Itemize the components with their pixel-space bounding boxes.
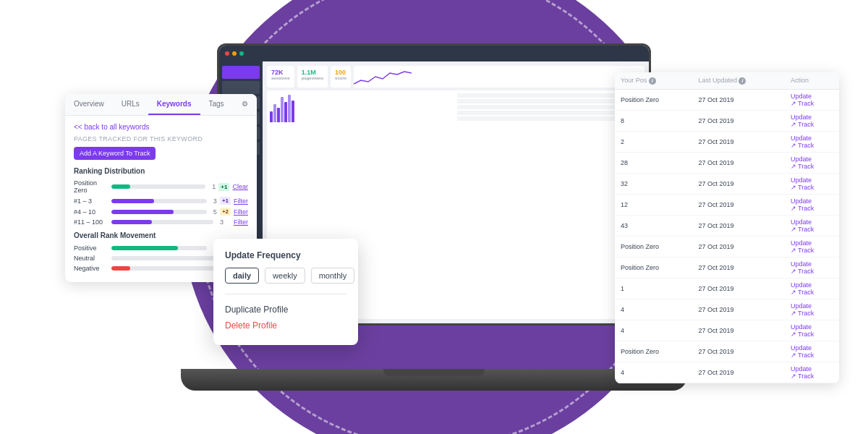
ranking-dist-title: Ranking Distribution <box>74 167 248 175</box>
movement-label-negative: Negative <box>74 265 109 272</box>
update-link-2[interactable]: Update <box>791 135 812 142</box>
laptop-base <box>181 369 687 391</box>
track-pos-5: 12 <box>615 194 692 215</box>
rank-row-0: Position Zero 1 +1 Clear <box>74 179 248 194</box>
update-link-8[interactable]: Update <box>791 260 812 268</box>
info-icon-date: i <box>739 77 746 85</box>
track-link-2[interactable]: ↗ Track <box>791 142 833 149</box>
track-link-11[interactable]: ↗ Track <box>791 331 833 338</box>
tab-settings[interactable]: ⚙ <box>233 94 257 115</box>
track-row-9: 1 27 Oct 2019 Update ↗ Track <box>615 278 839 299</box>
rank-filter-0[interactable]: Clear <box>232 183 248 190</box>
bar-4 <box>281 97 284 122</box>
tab-urls[interactable]: URLs <box>113 94 148 115</box>
update-link-1[interactable]: Update <box>791 114 812 121</box>
track-link-13[interactable]: ↗ Track <box>791 373 833 380</box>
update-link-12[interactable]: Update <box>791 344 812 352</box>
track-pos-10: 4 <box>615 299 692 320</box>
track-link-6[interactable]: ↗ Track <box>791 226 833 233</box>
track-link-8[interactable]: ↗ Track <box>791 268 833 275</box>
update-link-4[interactable]: Update <box>791 176 812 184</box>
track-link-9[interactable]: ↗ Track <box>791 289 833 296</box>
track-row-5: 12 27 Oct 2019 Update ↗ Track <box>615 194 839 215</box>
track-action-10: Update ↗ Track <box>785 299 839 320</box>
movement-label-positive: Positive <box>74 244 109 252</box>
track-link-3[interactable]: ↗ Track <box>791 163 833 170</box>
track-date-5: 27 Oct 2019 <box>692 194 785 215</box>
dash-sidebar-item-1 <box>222 81 260 94</box>
add-keyword-button[interactable]: Add A Keyword To Track <box>74 147 156 160</box>
popup-divider <box>225 294 346 294</box>
rank-filter-1[interactable]: Filter <box>234 197 248 205</box>
update-link-9[interactable]: Update <box>791 281 812 289</box>
track-action-5: Update ↗ Track <box>785 194 839 215</box>
bar-group <box>270 93 455 122</box>
mini-row-1 <box>457 93 642 98</box>
track-pos-1: 8 <box>615 110 692 131</box>
track-row-1: 8 27 Oct 2019 Update ↗ Track <box>615 110 839 131</box>
track-pos-7: Position Zero <box>615 236 692 257</box>
rank-bar-bg-2 <box>111 210 207 214</box>
update-link-3[interactable]: Update <box>791 156 812 163</box>
mini-row-3 <box>457 105 642 109</box>
rank-filter-2[interactable]: Filter <box>234 208 248 216</box>
rank-filter-3[interactable]: Filter <box>234 218 248 226</box>
tab-tags[interactable]: Tags <box>200 94 233 115</box>
popup-title: Update Frequency <box>225 250 346 260</box>
freq-btn-monthly[interactable]: monthly <box>311 268 355 284</box>
track-pos-3: 28 <box>615 152 692 173</box>
track-row-13: 4 27 Oct 2019 Update ↗ Track <box>615 362 839 383</box>
track-row-8: Position Zero 27 Oct 2019 Update ↗ Track <box>615 257 839 278</box>
freq-btn-weekly[interactable]: weekly <box>265 268 305 284</box>
track-pos-9: 1 <box>615 278 692 299</box>
rank-label-3: #11 – 100 <box>74 218 109 226</box>
update-link-11[interactable]: Update <box>791 323 812 331</box>
update-link-5[interactable]: Update <box>791 197 812 205</box>
track-date-13: 27 Oct 2019 <box>692 362 785 383</box>
stat-2: 1.1M pageviews <box>297 66 328 88</box>
update-link-0[interactable]: Update <box>791 93 812 100</box>
track-link-1[interactable]: ↗ Track <box>791 121 833 128</box>
update-link-13[interactable]: Update <box>791 365 812 373</box>
rank-label-2: #4 – 10 <box>74 208 109 216</box>
track-link-10[interactable]: ↗ Track <box>791 310 833 317</box>
tab-overview[interactable]: Overview <box>65 94 113 115</box>
duplicate-profile-action[interactable]: Duplicate Profile <box>225 302 346 318</box>
movement-bar-fill-negative <box>111 266 130 271</box>
track-pos-13: 4 <box>615 362 692 383</box>
rank-count-2: 5 <box>210 208 217 216</box>
track-row-6: 43 27 Oct 2019 Update ↗ Track <box>615 215 839 236</box>
dash-stats-row: 72K sessions 1.1M pageviews 100 score <box>267 66 644 88</box>
track-action-9: Update ↗ Track <box>785 278 839 299</box>
mini-row-4 <box>457 111 642 115</box>
update-link-6[interactable]: Update <box>791 218 812 226</box>
freq-btn-daily[interactable]: daily <box>225 268 259 284</box>
delete-profile-action[interactable]: Delete Profile <box>225 318 346 333</box>
panel-tabs: Overview URLs Keywords Tags ⚙ <box>65 94 257 116</box>
movement-bar-bg-positive <box>111 246 207 250</box>
track-link-12[interactable]: ↗ Track <box>791 352 833 359</box>
track-link-4[interactable]: ↗ Track <box>791 184 833 191</box>
track-link-0[interactable]: ↗ Track <box>791 100 833 107</box>
update-link-10[interactable]: Update <box>791 302 812 310</box>
rank-row-2: #4 – 10 5 +2 Filter <box>74 208 248 216</box>
frequency-options: daily weekly monthly <box>225 268 346 284</box>
track-date-2: 27 Oct 2019 <box>692 131 785 152</box>
back-link[interactable]: << back to all keywords <box>74 123 248 131</box>
stat-3: 100 score <box>331 66 351 88</box>
rank-row-3: #11 – 100 3 Filter <box>74 218 248 226</box>
mini-row-5 <box>457 116 642 121</box>
update-link-7[interactable]: Update <box>791 239 812 247</box>
mini-chart <box>354 66 644 88</box>
tab-keywords[interactable]: Keywords <box>148 94 200 115</box>
track-action-3: Update ↗ Track <box>785 152 839 173</box>
track-link-7[interactable]: ↗ Track <box>791 247 833 254</box>
track-row-4: 32 27 Oct 2019 Update ↗ Track <box>615 173 839 194</box>
rank-count-3: 3 <box>216 218 224 226</box>
dot-yellow <box>232 51 237 56</box>
track-link-5[interactable]: ↗ Track <box>791 205 833 212</box>
col-your-pos: Your Pos i <box>615 72 692 89</box>
movement-label-neutral: Neutral <box>74 255 109 262</box>
rank-badge-1: +1 <box>220 197 231 205</box>
rank-row-1: #1 – 3 3 +1 Filter <box>74 197 248 205</box>
